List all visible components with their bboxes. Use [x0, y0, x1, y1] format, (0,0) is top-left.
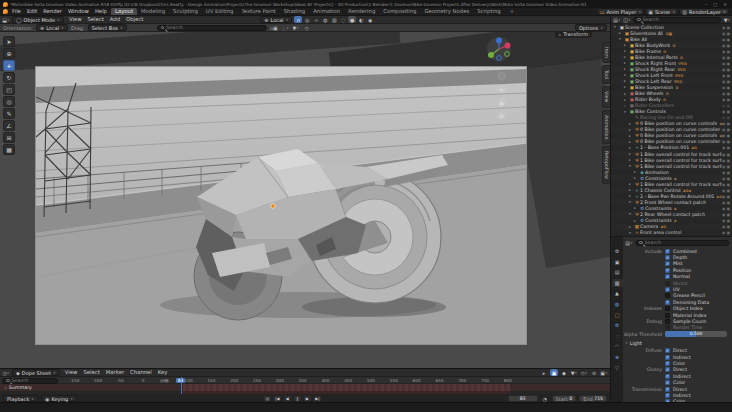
visibility-toggles[interactable]: ◉▣: [722, 200, 731, 205]
proportional-editing-icon[interactable]: ◎: [303, 16, 311, 23]
particles-tab-icon[interactable]: ∷: [612, 332, 623, 340]
visibility-toggles[interactable]: ◉▣: [722, 206, 731, 211]
use-preview-range-icon[interactable]: ◔: [541, 395, 549, 402]
workspace-tab-shading[interactable]: Shading: [280, 8, 310, 15]
annotate-tool[interactable]: ✎: [3, 108, 15, 119]
light-section-header[interactable]: ∨Light: [625, 339, 731, 346]
visibility-toggles[interactable]: ◉▣: [722, 188, 731, 193]
measure-tool[interactable]: ∠: [3, 120, 15, 131]
sidebar-tab-retopoflow[interactable]: RetopoFlow: [602, 146, 610, 184]
visibility-toggles[interactable]: ◉▣: [722, 145, 731, 150]
menu-edit[interactable]: Edit: [24, 8, 40, 15]
visibility-toggles[interactable]: ◉▣: [722, 73, 731, 78]
visibility-toggles[interactable]: ◉▣: [722, 109, 731, 114]
sidebar-tab-animation[interactable]: Animation: [602, 110, 610, 144]
visibility-toggles[interactable]: ◉▣: [722, 218, 731, 223]
checkbox-normal[interactable]: ✓: [665, 274, 670, 279]
viewport-menu-view[interactable]: View: [66, 16, 85, 23]
scene-selector[interactable]: ▣ Scene ×: [645, 8, 678, 15]
visibility-toggles[interactable]: ◉▣: [722, 61, 731, 66]
checkbox-vector[interactable]: [665, 281, 670, 286]
snap-magnet-icon[interactable]: ∩: [294, 16, 302, 23]
workspace-tab-uv-editing[interactable]: UV Editing: [202, 8, 238, 15]
visibility-toggles[interactable]: ◉▣: [722, 55, 731, 60]
dopesheet-menu-marker[interactable]: Marker: [103, 369, 127, 376]
new-layer-icon[interactable]: ⊞: [723, 9, 726, 14]
show-gizmo-icon[interactable]: ⊹: [312, 16, 320, 23]
checkbox-object-index[interactable]: [665, 306, 670, 311]
sidebar-tab-tool[interactable]: Tool: [602, 65, 610, 84]
workspace-tab-rendering[interactable]: Rendering: [344, 8, 379, 15]
dopesheet-menu-select[interactable]: Select: [80, 369, 102, 376]
checkbox-direct[interactable]: ✓: [665, 367, 670, 372]
ghost-icon[interactable]: ◆: [560, 369, 568, 376]
camera-view-icon[interactable]: ▣: [497, 98, 506, 107]
dopesheet-search-input[interactable]: Search: [2, 378, 58, 384]
checkbox-depth[interactable]: ✓: [665, 255, 670, 260]
physics-tab-icon[interactable]: ◠: [612, 342, 623, 350]
visibility-toggles[interactable]: ◉▣: [722, 133, 731, 138]
sync-icon[interactable]: ◎: [263, 395, 272, 402]
visibility-toggles[interactable]: ◉▣: [722, 182, 731, 187]
visibility-toggles[interactable]: ◉▣: [722, 79, 731, 84]
zoom-icon[interactable]: [497, 72, 506, 81]
visibility-toggles[interactable]: ◉▣: [722, 194, 731, 199]
dopesheet-mode-selector[interactable]: ◆ Dope Sheet∨: [12, 369, 60, 376]
visibility-toggles[interactable]: ◉▣: [722, 91, 731, 96]
add-workspace-button[interactable]: +: [506, 8, 518, 15]
world-tab-icon[interactable]: ◍: [612, 300, 623, 308]
close-button[interactable]: ×: [721, 2, 729, 7]
current-frame-field[interactable]: 83: [508, 395, 538, 402]
next-keyframe-button[interactable]: ▶: [303, 395, 312, 402]
select-through-icon[interactable]: ▫▣: [270, 24, 278, 31]
visibility-toggles[interactable]: ◉▣: [722, 170, 731, 175]
dopesheet-menu-channel[interactable]: Channel: [127, 369, 155, 376]
workspace-tab-geometry-nodes[interactable]: Geometry Nodes: [420, 8, 473, 15]
mode-selector[interactable]: ◯ Object Mode∨: [12, 16, 64, 23]
constraints-tab-icon[interactable]: ⊕: [612, 353, 623, 361]
3d-viewport[interactable]: ➤⊕+↻◰◎✎∠⊞▦ ❖▣⊞ ▸Transform ItemToolViewAn…: [0, 32, 610, 368]
visibility-toggles[interactable]: ◉▣: [722, 97, 731, 102]
outliner-display-mode-icon[interactable]: ◫∨: [623, 16, 631, 23]
checkbox-combined[interactable]: ✓: [665, 249, 670, 254]
checkbox-indirect[interactable]: ✓: [665, 355, 670, 360]
checkbox-sample-count[interactable]: [665, 319, 670, 324]
visibility-toggles[interactable]: ◉▣: [722, 25, 731, 30]
menu-file[interactable]: File: [9, 8, 24, 15]
outliner-editor-icon[interactable]: ▤∨: [613, 16, 621, 23]
visibility-toggles[interactable]: ◉▣: [722, 49, 731, 54]
shield-icon[interactable]: ◇: [303, 24, 311, 31]
outliner-row[interactable]: ▾+Front area control◉▣: [611, 230, 732, 236]
filter-tool-icon[interactable]: ▼∨: [292, 24, 300, 31]
viewport-menu-select[interactable]: Select: [84, 16, 106, 23]
dopesheet-editor-icon[interactable]: ◷∨: [2, 369, 10, 376]
anim-player-button[interactable]: ▭ Anim Player∨: [597, 8, 645, 15]
tool-tab-icon[interactable]: ⚙: [612, 247, 623, 255]
copy-keys-icon[interactable]: ▣∨: [600, 369, 608, 376]
workspace-tab-compositing[interactable]: Compositing: [379, 8, 420, 15]
workspace-tab-layout[interactable]: Layout: [111, 8, 137, 15]
pan-icon[interactable]: ❖: [497, 85, 506, 94]
outliner-search-input[interactable]: Search: [633, 17, 721, 23]
shading-rendered-icon[interactable]: ◉: [366, 16, 374, 23]
visibility-toggles[interactable]: ◉▣: [722, 67, 731, 72]
proportional-keys-icon[interactable]: ⊘: [590, 369, 598, 376]
cursor-tool[interactable]: ⊕: [3, 48, 15, 59]
shading-solid-icon[interactable]: ●: [348, 16, 356, 23]
start-frame-field[interactable]: Start 0: [552, 395, 577, 402]
shading-material-icon[interactable]: ◐: [357, 16, 365, 23]
checkbox-position[interactable]: ✓: [665, 268, 670, 273]
visibility-toggles[interactable]: ◉▣: [722, 103, 731, 108]
visibility-toggles[interactable]: ◉▣: [722, 224, 731, 229]
perspective-icon[interactable]: ⊞: [497, 111, 506, 120]
outliner-row[interactable]: ✎Racing line On and Off◉▣: [611, 115, 732, 121]
navigation-gizmo[interactable]: [486, 36, 512, 62]
fill-mode-icon[interactable]: ⋮∨: [281, 24, 289, 31]
visibility-toggles[interactable]: ◉▣: [722, 31, 731, 36]
checkbox-material-index[interactable]: [665, 313, 670, 318]
checkbox-indirect[interactable]: ✓: [665, 374, 670, 379]
tool-search-input[interactable]: Search: [157, 25, 267, 31]
checkbox-direct[interactable]: ✓: [665, 387, 670, 392]
workspace-tab-texture-paint[interactable]: Texture Paint: [237, 8, 279, 15]
xray-icon[interactable]: ▥: [330, 16, 338, 23]
